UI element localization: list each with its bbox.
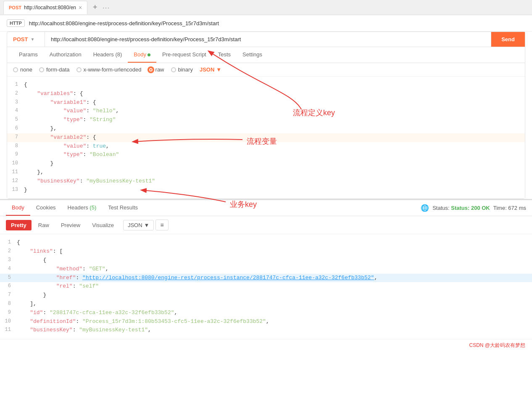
json-format-selector[interactable]: JSON ▼ (200, 66, 221, 73)
request-tabs: Params Authorization Headers (8) Body Pr… (7, 47, 525, 63)
resp-preview-button[interactable]: Preview (56, 220, 85, 230)
body-active-dot (147, 53, 150, 56)
resp-line-10: 10 "definitionId": "Process_15r7d3m:1:80… (0, 317, 532, 326)
resp-raw-button[interactable]: Raw (33, 220, 54, 230)
resp-json-chevron-icon: ▼ (144, 222, 150, 228)
tab-url: http://localhost:8080/en (24, 5, 76, 11)
resp-line-4: 4 "method": "GET", (0, 265, 532, 274)
code-line-13: 13 } (7, 186, 525, 195)
request-url-bar: HTTP http://localhost:8080/engine-rest/p… (0, 15, 532, 32)
code-line-12: 12 "businessKey": "myBusinessKey-test1" (7, 177, 525, 186)
radio-binary-icon (171, 67, 176, 72)
code-line-3: 3 "variable1": { (7, 98, 525, 107)
tab-settings[interactable]: Settings (237, 47, 268, 63)
json-chevron-icon: ▼ (216, 66, 221, 73)
resp-tab-body[interactable]: Body (6, 200, 30, 216)
radio-none-icon (13, 67, 18, 72)
method-selector[interactable]: POST ▼ (7, 32, 45, 47)
send-button[interactable]: Send (491, 32, 525, 47)
url-input[interactable] (45, 32, 491, 47)
resp-json-selector[interactable]: JSON ▼ (123, 220, 154, 230)
body-type-urlencoded[interactable]: x-www-form-urlencoded (76, 66, 142, 73)
code-line-1: 1 { (7, 81, 525, 90)
response-panel: Body Cookies Headers (5) Test Results 🌐 … (0, 199, 532, 339)
request-url-title: http://localhost:8080/engine-rest/proces… (29, 20, 219, 26)
resp-line-11: 11 "businessKey": "myBusinessKey-test1", (0, 326, 532, 335)
response-tabs: Body Cookies Headers (5) Test Results (6, 200, 144, 216)
response-status: Status: Status: 200 OK (432, 205, 490, 211)
code-line-5: 5 "type": "String" (7, 116, 525, 124)
code-line-4: 4 "value": "hello", (7, 107, 525, 116)
code-line-8: 8 "value": true, (7, 142, 525, 151)
new-tab-button[interactable]: + (89, 2, 101, 13)
footer-text: CSDN @大龄码农有梦想 (469, 342, 525, 348)
resp-line-6: 6 "rel": "self" (0, 282, 532, 291)
tab-authorization[interactable]: Authorization (44, 47, 87, 63)
body-type-raw[interactable]: raw (148, 66, 164, 73)
tab-close-icon[interactable]: × (79, 4, 82, 11)
response-code-editor: 1 { 2 "links": [ 3 { 4 "method": "GET", … (0, 234, 532, 339)
resp-line-1: 1 { (0, 238, 532, 247)
request-panel: POST ▼ Send Params Authorization Headers… (7, 32, 525, 199)
resp-format-row: Pretty Raw Preview Visualize JSON ▼ ≡ (0, 216, 532, 234)
radio-raw-icon (148, 67, 153, 72)
resp-visualize-button[interactable]: Visualize (87, 220, 119, 230)
code-line-9: 9 "type": "Boolean" (7, 151, 525, 159)
resp-line-3: 3 { (0, 256, 532, 265)
tab-bar: POST http://localhost:8080/en × + ··· (0, 0, 532, 15)
method-url-row: POST ▼ Send (7, 32, 525, 47)
footer: CSDN @大龄码农有梦想 (0, 339, 532, 352)
body-type-none[interactable]: none (13, 66, 32, 73)
tab-body[interactable]: Body (128, 47, 156, 63)
tab-tests[interactable]: Tests (212, 47, 237, 63)
body-type-row: none form-data x-www-form-urlencoded raw… (7, 63, 525, 77)
code-line-11: 11 }, (7, 168, 525, 177)
resp-tab-headers[interactable]: Headers (5) (62, 200, 103, 216)
method-text: POST (13, 36, 28, 42)
request-body-editor[interactable]: 1 { 2 "variables": { 3 "variable1": { 4 … (7, 77, 525, 198)
tab-pre-request[interactable]: Pre-request Script (156, 47, 212, 63)
response-time: Time: 672 ms (493, 205, 526, 211)
resp-tab-test-results[interactable]: Test Results (102, 200, 144, 216)
code-line-10: 10 } (7, 159, 525, 168)
body-type-binary[interactable]: binary (171, 66, 193, 73)
code-line-7: 7 "variable2": { (7, 133, 525, 142)
globe-icon: 🌐 (421, 204, 429, 212)
http-badge: HTTP (7, 19, 25, 27)
resp-filter-icon[interactable]: ≡ (155, 220, 168, 230)
tab-headers[interactable]: Headers (8) (87, 47, 128, 63)
resp-line-5: 5 "href": "http://localhost:8080/engine-… (0, 274, 532, 283)
resp-tab-cookies[interactable]: Cookies (30, 200, 62, 216)
radio-urlencoded-icon (76, 67, 82, 72)
tab-method: POST (9, 5, 21, 10)
resp-line-9: 9 "id": "2881747c-cfca-11ee-a32c-32f6efb… (0, 309, 532, 317)
code-line-2: 2 "variables": { (7, 90, 525, 98)
method-chevron-icon: ▼ (30, 37, 34, 42)
resp-pretty-button[interactable]: Pretty (6, 220, 32, 230)
body-type-form-data[interactable]: form-data (39, 66, 70, 73)
response-tabs-row: Body Cookies Headers (5) Test Results 🌐 … (0, 200, 532, 216)
resp-line-8: 8 ], (0, 300, 532, 309)
tab-params[interactable]: Params (13, 47, 44, 63)
browser-tab[interactable]: POST http://localhost:8080/en × (3, 1, 87, 14)
radio-form-data-icon (39, 67, 44, 72)
code-line-6: 6 }, (7, 124, 525, 133)
resp-line-7: 7 } (0, 291, 532, 300)
response-meta: 🌐 Status: Status: 200 OK Time: 672 ms (421, 204, 526, 212)
resp-line-2: 2 "links": [ (0, 247, 532, 256)
more-tabs-icon[interactable]: ··· (103, 4, 110, 11)
